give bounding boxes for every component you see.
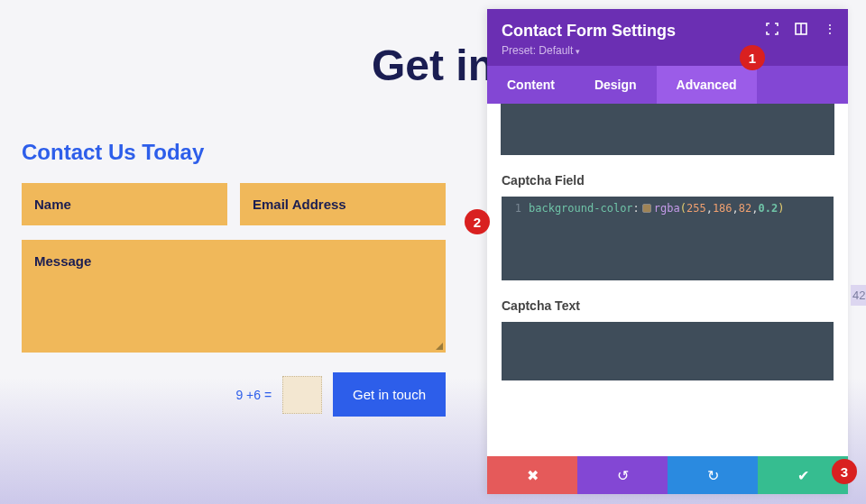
- submit-button[interactable]: Get in touch: [333, 372, 446, 417]
- undo-button[interactable]: ↺: [577, 456, 668, 494]
- captcha-equation: 9 +6 =: [235, 388, 272, 402]
- redo-icon: ↻: [707, 467, 719, 484]
- more-icon[interactable]: ⋮: [823, 22, 837, 36]
- resize-handle-icon[interactable]: [436, 343, 443, 350]
- css-colon: :: [633, 202, 640, 215]
- panel-header: Contact Form Settings Preset: Default ⋮: [487, 9, 848, 66]
- edge-number: 42: [851, 285, 866, 306]
- tab-content[interactable]: Content: [487, 66, 575, 104]
- annotation-badge-3: 3: [832, 459, 857, 484]
- css-func: rgba: [654, 202, 680, 215]
- color-swatch-icon: [642, 204, 651, 213]
- name-field[interactable]: Name: [22, 183, 227, 225]
- cancel-button[interactable]: ✖: [487, 456, 577, 494]
- panel-header-icons: ⋮: [765, 22, 837, 36]
- css-alpha: 0.2: [759, 202, 778, 215]
- code-line: 1 background-color:rgba(255,186,82,0.2): [509, 202, 826, 215]
- open-paren: (: [680, 202, 686, 215]
- panel-body: Captcha Field 1 background-color:rgba(25…: [487, 104, 848, 456]
- check-icon: ✔: [797, 467, 809, 484]
- settings-panel: Contact Form Settings Preset: Default ⋮ …: [487, 9, 848, 494]
- message-placeholder: Message: [34, 253, 91, 269]
- form-row: Name Email Address: [22, 183, 446, 225]
- section-label-captcha-field: Captcha Field: [502, 173, 834, 188]
- code-editor-captcha-field[interactable]: 1 background-color:rgba(255,186,82,0.2): [502, 197, 834, 280]
- captcha-row: 9 +6 = Get in touch: [22, 372, 446, 417]
- css-num: 82: [739, 202, 751, 215]
- panel-footer: ✖ ↺ ↻ ✔: [487, 456, 848, 494]
- close-icon: ✖: [527, 467, 539, 484]
- email-field[interactable]: Email Address: [240, 183, 446, 225]
- section-label-captcha-text: Captcha Text: [502, 298, 834, 313]
- code-editor-prev[interactable]: [501, 104, 834, 155]
- annotation-badge-2: 2: [465, 209, 490, 234]
- columns-icon[interactable]: [794, 22, 808, 36]
- close-paren: ): [778, 202, 784, 215]
- css-property: background-color: [529, 202, 633, 215]
- css-num: 255: [686, 202, 706, 215]
- redo-button[interactable]: ↻: [668, 456, 758, 494]
- css-num: 186: [713, 202, 732, 215]
- tab-advanced[interactable]: Advanced: [657, 66, 757, 104]
- tab-design[interactable]: Design: [575, 66, 657, 104]
- panel-tabs: Content Design Advanced: [487, 66, 848, 104]
- expand-icon[interactable]: [765, 22, 779, 36]
- line-number: 1: [509, 202, 521, 215]
- code-editor-captcha-text[interactable]: [502, 322, 834, 380]
- captcha-input[interactable]: [282, 376, 322, 414]
- preset-dropdown[interactable]: Preset: Default: [502, 44, 834, 57]
- contact-form: Name Email Address Message 9 +6 = Get in…: [22, 183, 446, 417]
- annotation-badge-1: 1: [740, 45, 765, 70]
- message-field[interactable]: Message: [22, 240, 446, 353]
- undo-icon: ↺: [617, 467, 629, 484]
